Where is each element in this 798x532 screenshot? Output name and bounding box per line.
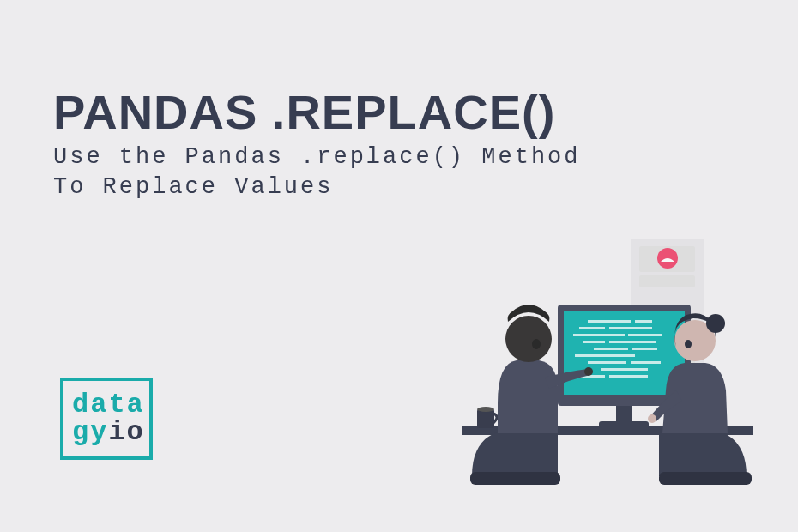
coffee-cup-icon bbox=[477, 407, 497, 428]
svg-point-29 bbox=[532, 339, 541, 349]
svg-point-31 bbox=[648, 414, 656, 423]
svg-rect-14 bbox=[594, 348, 628, 350]
svg-rect-10 bbox=[573, 334, 625, 336]
logo-text-line2: gyio bbox=[72, 419, 149, 446]
svg-rect-23 bbox=[599, 421, 649, 428]
page-title: PANDAS .REPLACE() bbox=[53, 84, 555, 140]
svg-rect-7 bbox=[635, 320, 652, 323]
svg-rect-26 bbox=[470, 472, 560, 485]
svg-rect-30 bbox=[659, 472, 752, 485]
page-subtitle: Use the Pandas .replace() MethodTo Repla… bbox=[53, 142, 580, 203]
svg-rect-18 bbox=[631, 361, 661, 364]
datagy-logo: data gyio bbox=[60, 378, 153, 460]
svg-rect-15 bbox=[632, 348, 657, 350]
svg-rect-8 bbox=[579, 327, 605, 329]
svg-rect-9 bbox=[609, 327, 652, 329]
svg-point-33 bbox=[706, 314, 725, 333]
svg-rect-6 bbox=[588, 320, 631, 323]
svg-rect-17 bbox=[588, 361, 626, 364]
svg-rect-1 bbox=[639, 275, 695, 287]
svg-point-34 bbox=[685, 340, 692, 348]
svg-rect-22 bbox=[616, 406, 632, 423]
svg-point-27 bbox=[584, 367, 593, 376]
svg-rect-21 bbox=[609, 375, 648, 378]
logo-text-line1: data bbox=[72, 391, 149, 419]
svg-rect-16 bbox=[575, 354, 635, 357]
monitor-screen bbox=[564, 311, 685, 395]
logo-gy: gy bbox=[72, 416, 108, 448]
svg-rect-19 bbox=[601, 368, 648, 371]
svg-rect-13 bbox=[609, 341, 656, 343]
svg-rect-24 bbox=[477, 409, 494, 428]
svg-rect-12 bbox=[583, 341, 605, 343]
svg-rect-11 bbox=[628, 334, 662, 336]
programmers-illustration bbox=[446, 236, 772, 502]
svg-point-25 bbox=[477, 407, 494, 412]
logo-io: io bbox=[108, 416, 144, 448]
svg-point-28 bbox=[505, 316, 552, 362]
